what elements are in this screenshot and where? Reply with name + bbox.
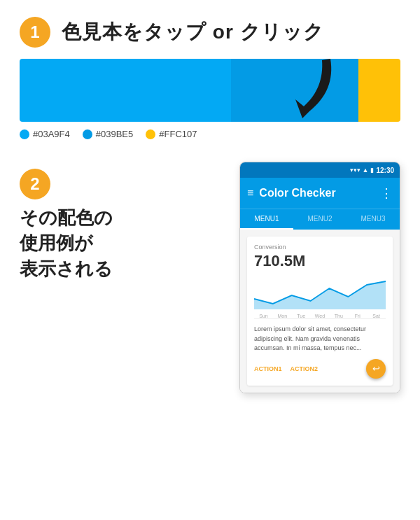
arrow-icon (288, 52, 344, 129)
chart-day-thu: Thu (329, 314, 348, 318)
swatch-bar-container (20, 59, 400, 122)
color-label-text-blue1: #03A9F4 (33, 129, 70, 139)
step2-section: 2 その配色の 使用例が 表示される ▾▾▾ ▲ ▮ 12:30 ≡ Color… (0, 148, 420, 393)
step2-text-block: 2 その配色の 使用例が 表示される (20, 162, 239, 281)
color-dot-blue1 (20, 129, 29, 139)
color-dot-blue2 (83, 129, 92, 139)
tab-menu3[interactable]: MENU3 (346, 209, 400, 230)
step1-header: 1 色見本をタップ or クリック (0, 0, 420, 59)
action2-button[interactable]: ACTION2 (290, 365, 318, 372)
card-actions: ACTION1 ACTION2 ↩ (254, 359, 386, 379)
mini-chart: Sun Mon Tue Wed Thu Fri Sat (254, 274, 386, 313)
chart-day-sat: Sat (367, 314, 386, 318)
step1-title: 色見本をタップ or クリック (62, 19, 324, 45)
chart-day-mon: Mon (273, 314, 292, 318)
chart-day-labels: Sun Mon Tue Wed Thu Fri Sat (254, 314, 386, 318)
step2-title: その配色の 使用例が 表示される (20, 205, 239, 281)
phone-status-bar: ▾▾▾ ▲ ▮ 12:30 (240, 162, 400, 178)
chart-day-sun: Sun (254, 314, 273, 318)
phone-card: Conversion 710.5M Sun Mon Tue Wed (247, 237, 393, 386)
card-body-text: Lorem ipsum dolor sit amet, consectetur … (254, 318, 386, 353)
more-icon[interactable]: ⋮ (380, 185, 393, 201)
fab-button[interactable]: ↩ (366, 359, 386, 379)
arrow-container (288, 52, 344, 129)
color-label-blue1: #03A9F4 (20, 129, 70, 139)
card-value: 710.5M (254, 252, 386, 270)
wifi-icon: ▲ (363, 167, 369, 174)
chart-day-fri: Fri (348, 314, 367, 318)
color-labels: #03A9F4 #039BE5 #FFC107 (0, 122, 420, 148)
battery-icon: ▮ (370, 167, 374, 174)
color-label-yellow: #FFC107 (146, 129, 197, 139)
action1-button[interactable]: ACTION1 (254, 365, 282, 372)
step1-badge: 1 (20, 17, 50, 48)
color-label-blue2: #039BE5 (83, 129, 134, 139)
step2-header-row: 2 (20, 169, 239, 199)
swatch-blue1[interactable] (20, 59, 231, 122)
share-icon: ↩ (372, 363, 380, 374)
tab-menu2[interactable]: MENU2 (293, 209, 346, 230)
phone-toolbar: ≡ Color Checker ⋮ (240, 178, 400, 209)
chart-day-wed: Wed (311, 314, 330, 318)
toolbar-title: Color Checker (259, 187, 374, 199)
status-time: 12:30 (376, 167, 394, 174)
color-dot-yellow (146, 129, 155, 139)
phone-content: Conversion 710.5M Sun Mon Tue Wed (240, 230, 400, 393)
chart-day-tue: Tue (292, 314, 311, 318)
chart-svg (254, 274, 386, 309)
step2-badge: 2 (20, 169, 50, 199)
signal-icon: ▾▾▾ (350, 167, 360, 174)
phone-mockup: ▾▾▾ ▲ ▮ 12:30 ≡ Color Checker ⋮ MENU1 ME… (239, 162, 400, 393)
menu-icon[interactable]: ≡ (247, 187, 253, 199)
swatch-yellow[interactable] (358, 59, 400, 122)
color-label-text-blue2: #039BE5 (96, 129, 134, 139)
color-label-text-yellow: #FFC107 (159, 129, 197, 139)
card-label: Conversion (254, 244, 386, 251)
tab-menu1[interactable]: MENU1 (240, 209, 293, 230)
phone-tabs: MENU1 MENU2 MENU3 (240, 209, 400, 230)
status-icons: ▾▾▾ ▲ ▮ 12:30 (350, 167, 395, 174)
